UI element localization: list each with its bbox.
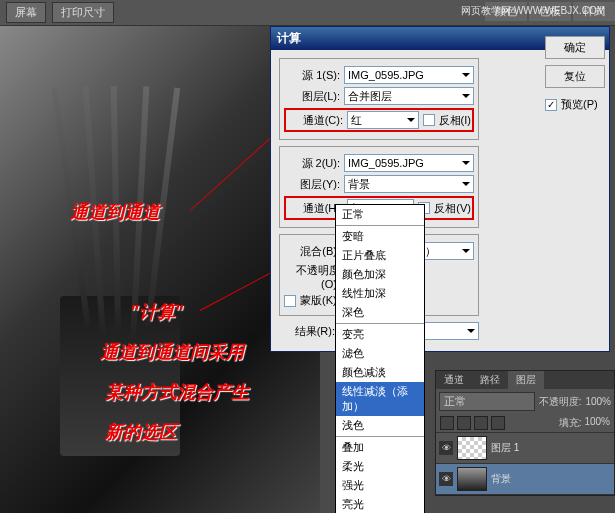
visibility-icon[interactable]: 👁 [439,472,453,486]
blend-option[interactable]: 叠加 [336,438,424,457]
result-label: 结果(R): [279,324,335,339]
layers-panel: 通道 路径 图层 正常 不透明度: 100% 填充: 100% 👁 图层 1 👁… [435,370,615,496]
mask-checkbox[interactable] [284,295,296,307]
layer-row[interactable]: 👁 背景 [436,464,614,495]
tab-channels[interactable]: 通道 [436,371,472,389]
tab-layers[interactable]: 图层 [508,371,544,389]
channel1-select[interactable]: 红 [347,111,419,129]
source1-label: 源 1(S): [284,68,340,83]
ok-button[interactable]: 确定 [545,36,605,59]
blend-option[interactable]: 颜色减淡 [336,363,424,382]
annotation-2: "计算" [130,300,183,324]
layer-thumbnail [457,467,487,491]
layer1-label: 图层(L): [284,89,340,104]
annotation-3: 通道到通道间采用 [100,340,244,364]
layer2-select[interactable]: 背景 [344,175,474,193]
blend-option[interactable]: 强光 [336,476,424,495]
blend-label: 混合(B): [284,244,340,259]
tab-paths[interactable]: 路径 [472,371,508,389]
opacity-label: 不透明度(O): [284,263,340,290]
lock-position-icon[interactable] [474,416,488,430]
blend-option[interactable]: 线性加深 [336,284,424,303]
print-size-button[interactable]: 打印尺寸 [52,2,114,23]
annotation-5: 新的选区 [105,420,177,444]
layer-name: 图层 1 [491,441,519,455]
layer-name: 背景 [491,472,511,486]
layer2-label: 图层(Y): [284,177,340,192]
fill-value: 100% [584,416,610,430]
channel1-label: 通道(C): [287,113,343,128]
blend-option[interactable]: 滤色 [336,344,424,363]
visibility-icon[interactable]: 👁 [439,441,453,455]
preview-checkbox[interactable] [545,99,557,111]
blend-option[interactable]: 柔光 [336,457,424,476]
opacity-label: 不透明度: [539,395,582,409]
blend-mode-dropdown[interactable]: 正常变暗正片叠底颜色加深线性加深深色变亮滤色颜色减淡线性减淡（添加）浅色叠加柔光… [335,204,425,513]
blend-option[interactable]: 变亮 [336,325,424,344]
invert1-checkbox[interactable] [423,114,435,126]
blend-mode-select[interactable]: 正常 [439,392,535,411]
blend-option[interactable]: 浅色 [336,416,424,435]
watermark: 网页教学网 WWW.WEBJX.COM [461,4,605,18]
blend-option[interactable]: 深色 [336,303,424,322]
source2-select[interactable]: IMG_0595.JPG [344,154,474,172]
blend-option[interactable]: 变暗 [336,227,424,246]
invert2-label: 反相(V) [434,201,471,216]
lock-all-icon[interactable] [491,416,505,430]
lock-pixels-icon[interactable] [457,416,471,430]
preview-label: 预览(P) [561,97,598,112]
annotation-4: 某种方式混合产生 [105,380,249,404]
blend-option[interactable]: 亮光 [336,495,424,513]
fill-label: 填充: [559,416,582,430]
annotation-1: 通道到通道 [70,200,160,224]
blend-option[interactable]: 颜色加深 [336,265,424,284]
source1-select[interactable]: IMG_0595.JPG [344,66,474,84]
source2-label: 源 2(U): [284,156,340,171]
blend-option[interactable]: 正常 [336,205,424,224]
screen-button[interactable]: 屏幕 [6,2,46,23]
opacity-value: 100% [585,396,611,407]
cancel-button[interactable]: 复位 [545,65,605,88]
layer-row[interactable]: 👁 图层 1 [436,433,614,464]
blend-option[interactable]: 正片叠底 [336,246,424,265]
lock-icon[interactable] [440,416,454,430]
layer-thumbnail [457,436,487,460]
blend-option[interactable]: 线性减淡（添加） [336,382,424,416]
invert1-label: 反相(I) [439,113,471,128]
layer1-select[interactable]: 合并图层 [344,87,474,105]
